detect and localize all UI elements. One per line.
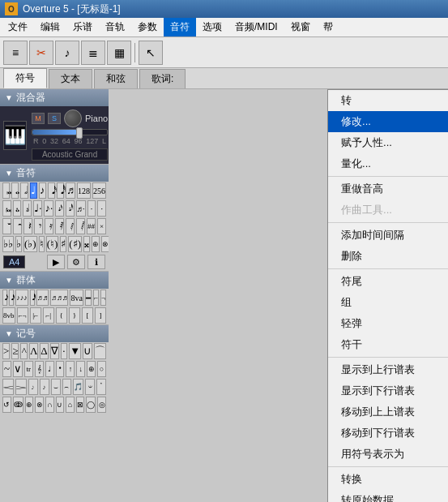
mark-header[interactable]: ▼ 记号 xyxy=(0,325,109,342)
group-sym-3[interactable]: ♪♪♪ xyxy=(15,290,28,306)
acc-1[interactable]: ♭♭ xyxy=(2,236,14,252)
dropdown-item-14[interactable]: 移动到上上谱表 xyxy=(328,401,448,423)
dropdown-item-18[interactable]: 转原始数据 xyxy=(328,490,448,502)
dotted-8[interactable]: ♬· xyxy=(76,200,86,217)
rest-16th[interactable]: 𝄿 xyxy=(45,218,53,234)
mark-38[interactable]: ⊠ xyxy=(76,397,85,413)
mark-13[interactable]: tr xyxy=(24,361,33,377)
mark-20[interactable]: ○ xyxy=(97,361,106,377)
dropdown-item-6[interactable]: 添加时间间隔▶ xyxy=(328,225,448,246)
pan-knob[interactable] xyxy=(64,109,82,127)
acc-2[interactable]: ♭ xyxy=(15,236,22,252)
tool-cursor[interactable]: ↖ xyxy=(139,41,163,65)
acc-8[interactable]: 𝄪 xyxy=(83,236,90,252)
menu-edit[interactable]: 编辑 xyxy=(34,18,66,36)
mark-2[interactable]: ≥ xyxy=(11,343,19,359)
mark-29[interactable]: 𝄒 xyxy=(96,379,106,395)
dropdown-item-3[interactable]: 量化...Ctrl + Shift + Q xyxy=(328,153,448,174)
menu-param[interactable]: 参数 xyxy=(131,18,164,36)
group-sym-2[interactable]: 𝅘𝅥𝅯𝅘𝅥𝅯 xyxy=(9,290,14,306)
menu-file[interactable]: 文件 xyxy=(2,18,34,36)
dropdown-item-7[interactable]: 删除▶ xyxy=(328,246,448,267)
dropdown-item-15[interactable]: 移动到下行谱表 xyxy=(328,423,448,444)
mark-16[interactable]: ꞏ xyxy=(56,361,65,377)
rest-quarter[interactable]: 𝄽 xyxy=(23,218,32,234)
mixer-header[interactable]: ▼ 混合器 xyxy=(0,89,109,106)
dropdown-item-2[interactable]: 赋予人性...Ctrl + Shift + H xyxy=(328,132,448,153)
32nd-note[interactable]: 𝅘𝅥𝅰 xyxy=(57,182,64,199)
acc-7[interactable]: (♯) xyxy=(68,236,82,252)
tool-cut[interactable]: ✂ xyxy=(29,41,53,65)
tool-note[interactable]: ♪ xyxy=(55,41,79,65)
mark-10[interactable]: ⌒ xyxy=(94,343,106,359)
mark-25[interactable]: ⌣ xyxy=(51,379,61,395)
mark-28[interactable]: 𝄑 xyxy=(85,379,95,395)
mark-18[interactable]: ↓ xyxy=(76,361,85,377)
dropdown-item-11[interactable]: 符干▶ xyxy=(328,334,448,355)
dotted-3[interactable]: 𝅗𝅥· xyxy=(23,200,32,217)
mark-35[interactable]: ∩ xyxy=(45,397,54,413)
group-sym-12[interactable]: ⌐¬ xyxy=(17,307,28,324)
menu-track[interactable]: 音轨 xyxy=(99,18,131,36)
acc-4[interactable]: ♮ xyxy=(39,236,45,252)
mark-37[interactable]: ⌂ xyxy=(66,397,75,413)
mark-8[interactable]: ▼ xyxy=(69,343,81,359)
tool-grid[interactable]: ▦ xyxy=(107,41,131,65)
128th-note[interactable]: 128 xyxy=(77,182,91,199)
menu-note[interactable]: 音符 xyxy=(164,18,196,36)
mark-19[interactable]: ⊕ xyxy=(87,361,96,377)
mark-17[interactable]: ↑ xyxy=(66,361,75,377)
play-button[interactable]: ▶ xyxy=(47,255,65,269)
dropdown-item-17[interactable]: 转换Ctrl + R xyxy=(328,469,448,490)
mark-12[interactable]: ∨ xyxy=(13,361,23,377)
group-sym-5[interactable]: ♬♬ xyxy=(36,290,49,306)
solo-button[interactable]: S xyxy=(48,113,61,124)
mark-5[interactable]: Δ xyxy=(40,343,48,359)
group-sym-8[interactable]: ━ xyxy=(85,290,92,306)
mark-11[interactable]: ~ xyxy=(2,361,11,377)
tab-symbol[interactable]: 符号 xyxy=(3,68,47,88)
dotted-1[interactable]: 𝅜· xyxy=(2,200,11,217)
group-sym-15[interactable]: { xyxy=(56,307,67,324)
rest-64th[interactable]: 𝅁 xyxy=(66,218,75,234)
256th-note[interactable]: 256 xyxy=(92,182,106,199)
info-button[interactable]: ℹ xyxy=(87,255,105,269)
group-sym-11[interactable]: 8vb xyxy=(2,307,15,324)
tool-list2[interactable]: ≣ xyxy=(81,41,105,65)
mark-34[interactable]: ⊗ xyxy=(35,397,44,413)
mark-36[interactable]: ∪ xyxy=(56,397,65,413)
tab-text[interactable]: 文本 xyxy=(49,69,92,88)
group-sym-6[interactable]: ♬♬♬ xyxy=(50,290,68,306)
dropdown-item-10[interactable]: 轻弹▶ xyxy=(328,313,448,334)
mark-26[interactable]: ⌢ xyxy=(62,379,72,395)
sixteenth-note[interactable]: 𝅘𝅥𝅯 xyxy=(48,182,55,199)
group-sym-1[interactable]: 𝅘𝅥𝅮𝅘𝅥𝅮 xyxy=(2,290,7,306)
eighth-note[interactable]: ♪ xyxy=(39,182,46,199)
mark-33[interactable]: ⊕ xyxy=(25,397,34,413)
mark-27[interactable]: 🎵 xyxy=(73,379,83,395)
mark-21[interactable]: 𝆒 xyxy=(2,379,14,395)
mark-9[interactable]: ∪ xyxy=(83,343,92,359)
acc-6[interactable]: ♯ xyxy=(60,236,66,252)
quarter-note[interactable]: ♩ xyxy=(30,182,37,199)
group-sym-13[interactable]: |⌐ xyxy=(30,307,41,324)
group-sym-16[interactable]: } xyxy=(69,307,80,324)
dotted-7[interactable]: 𝅘𝅥𝅰· xyxy=(66,200,75,217)
64th-note[interactable]: ♬ xyxy=(66,182,75,199)
rest-extra[interactable]: × xyxy=(97,218,106,234)
dropdown-item-13[interactable]: 显示到下行谱表 xyxy=(328,380,448,401)
dropdown-item-1[interactable]: 修改...Ctrl + Y xyxy=(328,111,448,132)
mark-22[interactable]: 𝆓 xyxy=(15,379,27,395)
group-sym-14[interactable]: ⌐| xyxy=(43,307,54,324)
mark-4[interactable]: Λ xyxy=(29,343,38,359)
mark-24[interactable]: 𝆔 xyxy=(40,379,49,395)
acc-5[interactable]: (♮) xyxy=(46,236,59,252)
dropdown-item-8[interactable]: 符尾▶ xyxy=(328,271,448,292)
dropdown-item-12[interactable]: 显示到上行谱表 xyxy=(328,359,448,380)
rest-special[interactable]: ## xyxy=(87,218,96,234)
mark-31[interactable]: ↺ xyxy=(2,397,11,413)
menu-window[interactable]: 视窗 xyxy=(284,18,317,36)
group-sym-9[interactable]: ⌐ xyxy=(93,290,99,306)
rest-8th[interactable]: 𝄾 xyxy=(34,218,43,234)
dotted-2[interactable]: 𝅝· xyxy=(13,200,22,217)
